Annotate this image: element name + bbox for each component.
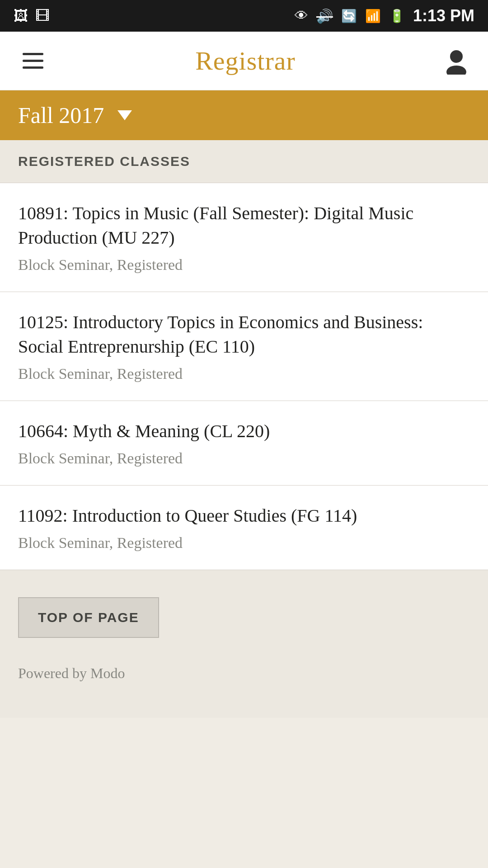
footer: TOP OF PAGE Powered by Modo <box>0 570 488 718</box>
status-bar-left-icons: 🖼 🎞 <box>14 8 50 24</box>
film-icon: 🎞 <box>35 8 50 24</box>
class-list: 10891: Topics in Music (Fall Semester): … <box>0 183 488 570</box>
menu-line-1 <box>23 53 43 55</box>
chevron-down-icon <box>117 110 132 120</box>
class-item-4[interactable]: 11092: Introduction to Queer Studies (FG… <box>0 486 488 570</box>
app-title: Registrar <box>195 46 296 76</box>
section-header-text: REGISTERED CLASSES <box>18 154 190 169</box>
user-profile-button[interactable] <box>443 47 470 75</box>
class-item-3[interactable]: 10664: Myth & Meaning (CL 220) Block Sem… <box>0 401 488 486</box>
class-item-2[interactable]: 10125: Introductory Topics in Economics … <box>0 292 488 401</box>
menu-button[interactable] <box>18 48 48 73</box>
status-bar: 🖼 🎞 👁 🔊 🔄 📶 🔋 1:13 PM <box>0 0 488 32</box>
class-title-2: 10125: Introductory Topics in Economics … <box>18 310 470 359</box>
powered-by-text: Powered by Modo <box>18 665 470 682</box>
class-title-1: 10891: Topics in Music (Fall Semester): … <box>18 201 470 250</box>
battery-icon: 🔋 <box>389 9 405 24</box>
section-header: REGISTERED CLASSES <box>0 140 488 183</box>
svg-point-0 <box>450 50 463 63</box>
class-title-3: 10664: Myth & Meaning (CL 220) <box>18 419 470 443</box>
menu-line-2 <box>23 60 43 62</box>
signal-icon: 📶 <box>365 9 381 24</box>
sync-icon: 🔄 <box>341 9 357 24</box>
class-meta-3: Block Seminar, Registered <box>18 450 470 467</box>
class-meta-4: Block Seminar, Registered <box>18 534 470 552</box>
menu-line-3 <box>23 66 43 69</box>
status-time: 1:13 PM <box>413 6 474 25</box>
image-icon: 🖼 <box>14 8 28 24</box>
class-item-1[interactable]: 10891: Topics in Music (Fall Semester): … <box>0 183 488 292</box>
mute-icon: 🔊 <box>316 8 333 24</box>
semester-label-text: Fall 2017 <box>18 102 104 128</box>
semester-label: Fall 2017 <box>18 102 132 128</box>
eye-slash-icon: 👁 <box>295 8 308 24</box>
class-meta-2: Block Seminar, Registered <box>18 365 470 382</box>
class-meta-1: Block Seminar, Registered <box>18 256 470 274</box>
class-title-4: 11092: Introduction to Queer Studies (FG… <box>18 504 470 528</box>
top-of-page-button[interactable]: TOP OF PAGE <box>18 597 159 638</box>
app-header: Registrar <box>0 32 488 90</box>
user-avatar-icon <box>443 47 470 75</box>
semester-selector[interactable]: Fall 2017 <box>0 90 488 140</box>
svg-point-1 <box>446 66 466 75</box>
status-bar-right-icons: 👁 🔊 🔄 📶 🔋 1:13 PM <box>295 6 474 25</box>
